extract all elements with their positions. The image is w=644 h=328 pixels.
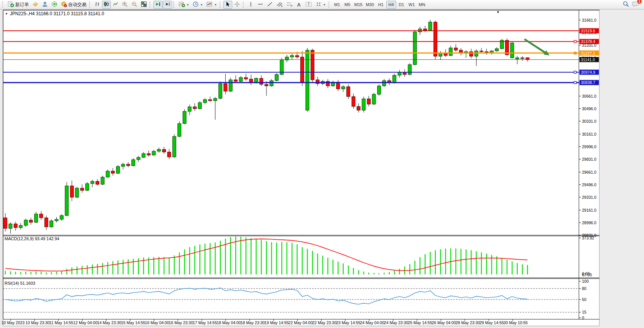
chart-canvas[interactable]: 31661.031496.031331.031161.030661.030496…	[0, 10, 644, 328]
label-glyph: T	[308, 2, 310, 6]
bear-candle	[357, 106, 360, 110]
bar-chart-button[interactable]	[93, 1, 102, 9]
time-tick-label: 29 May 14:55	[480, 320, 504, 325]
new-order-button[interactable]: 新订单	[6, 1, 30, 9]
bear-candle	[224, 84, 227, 91]
timeframe-m15-button[interactable]: M15	[353, 1, 364, 9]
chart-expert-marker-icon[interactable]: ▼	[496, 10, 500, 14]
level-handle[interactable]	[574, 52, 576, 54]
bull-candle	[372, 94, 376, 104]
chart-menu-icon[interactable]: ▼	[5, 12, 8, 16]
bull-candle	[290, 55, 294, 57]
metaeditor-icon	[32, 1, 38, 8]
time-axis[interactable]: 10 May 202310 May 23:3011 May 14:5512 Ma…	[2, 319, 528, 325]
chart-window: 31661.031496.031331.031161.030661.030496…	[0, 10, 644, 328]
chart-shift-button[interactable]	[163, 1, 172, 9]
periods-button[interactable]: ▼	[191, 1, 204, 9]
search-button[interactable]	[623, 1, 629, 9]
bull-candle	[34, 214, 38, 222]
price-tick-label: 28996.0	[582, 220, 596, 225]
bull-candle	[60, 215, 63, 219]
chart-title: ▼ JPN225-,H4 31166.0 31171.0 31115.8 311…	[5, 11, 104, 16]
trendline-icon	[267, 1, 273, 8]
time-tick-label: 22 May 23:30	[312, 320, 336, 325]
indicators-button[interactable]: ▼	[177, 1, 191, 9]
bear-candle	[45, 218, 48, 227]
bear-candle	[260, 78, 263, 84]
bull-candle	[377, 86, 381, 94]
rsi-tick-label: 50	[582, 297, 587, 302]
bull-candle	[132, 160, 135, 166]
level-handle[interactable]	[574, 40, 576, 43]
bear-candle	[126, 164, 130, 166]
trendline-button[interactable]	[265, 1, 274, 9]
text-button[interactable]: A	[295, 1, 303, 9]
bear-candle	[234, 80, 238, 81]
equidistant-channel-button[interactable]: E	[275, 1, 284, 9]
zoom-out-button[interactable]	[130, 1, 139, 9]
crosshair-button[interactable]	[233, 1, 242, 9]
templates-button[interactable]: ▼	[205, 1, 218, 9]
timeframe-w1-button[interactable]: W1	[407, 1, 417, 9]
timeframe-mn-button[interactable]: MN	[417, 1, 427, 9]
price-tick-label: 29831.0	[582, 157, 596, 162]
line-chart-button[interactable]	[111, 1, 120, 9]
bear-candle	[311, 50, 314, 80]
bull-candle	[341, 87, 345, 89]
timeframe-m1-button[interactable]: M1	[332, 1, 342, 9]
community-button[interactable]	[40, 1, 49, 9]
bear-candle	[4, 218, 7, 228]
candlestick-chart-button[interactable]	[102, 1, 111, 9]
timeframe-m30-button[interactable]: M30	[364, 1, 375, 9]
chat-button[interactable]: 1	[632, 1, 639, 9]
bear-candle	[347, 87, 350, 97]
bear-candle	[301, 57, 304, 83]
templates-icon	[206, 1, 213, 8]
auto-scroll-button[interactable]	[153, 1, 163, 9]
bull-candle	[157, 149, 161, 151]
level-handle[interactable]	[574, 81, 576, 84]
bull-candle	[429, 22, 432, 30]
autotrading-button[interactable]: 自动交易	[59, 1, 88, 9]
vertical-line-button[interactable]	[247, 1, 255, 9]
sounds-button[interactable]	[50, 1, 59, 9]
bear-candle	[521, 58, 524, 59]
horizontal-line-button[interactable]	[256, 1, 265, 9]
timeframe-m5-button[interactable]: M5	[343, 1, 352, 9]
zoom-in-icon	[122, 1, 128, 8]
level-price-label-text: 30974.9	[581, 70, 595, 74]
time-tick-label: 23 May 14:55	[336, 320, 360, 325]
bull-candle	[101, 177, 104, 184]
bear-candle	[40, 214, 43, 218]
bull-candle	[9, 224, 12, 228]
time-tick-label: 26 May 04:00	[432, 320, 456, 325]
price-tick-label: 29161.0	[582, 208, 596, 212]
bull-candle	[178, 124, 181, 136]
tile-windows-button[interactable]	[139, 1, 148, 9]
bear-candle	[162, 149, 166, 152]
time-tick-label: 18 May 23:30	[241, 320, 265, 325]
bear-candle	[352, 97, 355, 106]
bar-chart-icon	[94, 1, 100, 8]
bear-candle	[80, 188, 84, 190]
time-tick-label: 12 May 04:00	[73, 320, 97, 325]
zoom-in-button[interactable]	[120, 1, 129, 9]
level-handle[interactable]	[574, 71, 576, 73]
fibonacci-button[interactable]: F	[285, 1, 294, 9]
price-tick-label: 29496.0	[582, 182, 596, 187]
time-tick-label: 10 May 2023	[2, 320, 25, 325]
metaeditor-button[interactable]	[31, 1, 40, 9]
cursor-button[interactable]	[223, 1, 232, 9]
timeframe-h4-button[interactable]: H4	[386, 1, 396, 9]
timeframe-h1-button[interactable]: H1	[376, 1, 386, 9]
bear-candle	[454, 48, 457, 50]
indicators-icon	[179, 1, 185, 8]
text-label-icon: T	[305, 1, 312, 8]
rsi-indicator-label: RSI(14) 51.1603	[5, 281, 35, 285]
bull-candle	[65, 186, 69, 215]
arrows-button[interactable]: ▼	[314, 1, 327, 9]
bull-candle	[152, 151, 156, 155]
community-icon	[42, 1, 48, 8]
text-label-button[interactable]: T	[304, 1, 314, 9]
timeframe-d1-button[interactable]: D1	[397, 1, 406, 9]
